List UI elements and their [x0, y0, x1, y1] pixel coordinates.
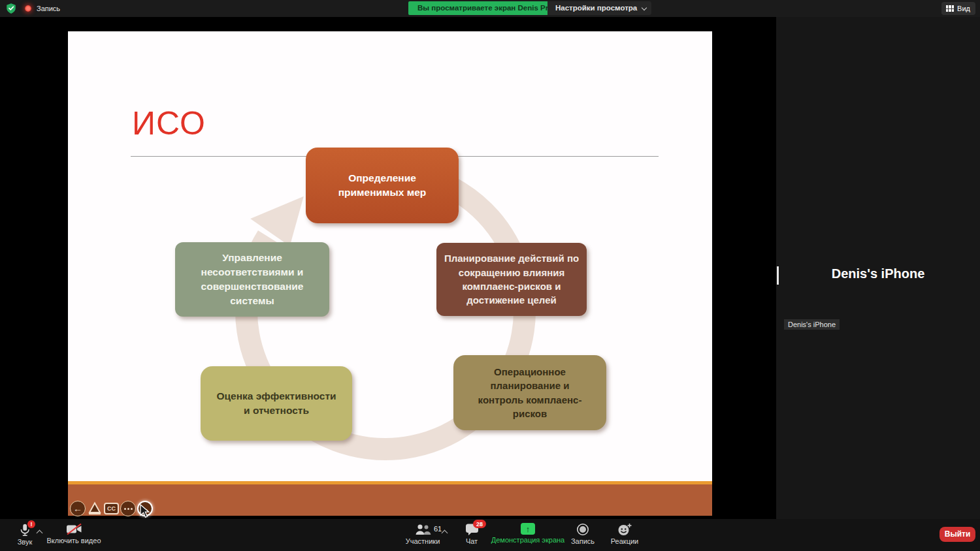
- audio-button[interactable]: Звук !: [10, 523, 39, 546]
- chat-button[interactable]: Чат 28: [457, 523, 486, 545]
- cycle-box-planning-actions: Планирование действий по сокращению влия…: [436, 243, 587, 316]
- cycle-box-label: Управление несоответствиями и совершенст…: [189, 251, 315, 308]
- cycle-box-operational-planning: Операционное планирование и контроль ком…: [453, 355, 606, 430]
- closed-captions-button[interactable]: CC: [104, 503, 119, 514]
- cycle-box-effectiveness: Оценка эффективности и отчетность: [201, 366, 352, 441]
- view-settings-label: Настройки просмотра: [555, 4, 637, 12]
- view-settings-button[interactable]: Настройки просмотра: [547, 1, 651, 15]
- scrollbar-thumb[interactable]: [777, 266, 779, 285]
- participants-icon: [414, 523, 431, 536]
- chat-label: Чат: [466, 537, 478, 545]
- slide-footer-bar: [68, 484, 712, 516]
- video-label: Включить видео: [46, 537, 101, 544]
- meeting-toolbar: Звук ! Включить видео 61: [0, 519, 980, 551]
- cycle-box-label: Операционное планирование и контроль ком…: [469, 365, 591, 420]
- cycle-box-label: Оценка эффективности и отчетность: [212, 389, 340, 418]
- reactions-button[interactable]: Реакции: [606, 523, 643, 545]
- cycle-box-label: Планирование действий по сокращению влия…: [442, 251, 581, 307]
- record-icon: [576, 523, 589, 536]
- reactions-smiley-icon: [617, 523, 632, 536]
- more-options-button[interactable]: [120, 501, 136, 516]
- zoom-meeting-window: Запись Вы просматриваете экран Denis Pri…: [0, 0, 980, 551]
- view-button[interactable]: Вид: [941, 2, 975, 15]
- mouse-cursor: [140, 504, 150, 518]
- participant-name-tag: Denis's iPhone: [784, 319, 840, 330]
- view-button-label: Вид: [957, 5, 970, 12]
- leave-meeting-button[interactable]: Выйти: [939, 527, 975, 542]
- recording-indicator-icon: [25, 5, 31, 12]
- video-button[interactable]: Включить видео: [46, 523, 102, 544]
- pen-tool-icon[interactable]: [87, 501, 103, 516]
- cycle-ring-arrow: [68, 31, 712, 481]
- screen-share-button[interactable]: ↑ Демонстрация экрана: [492, 523, 564, 544]
- record-button[interactable]: Запись: [567, 523, 598, 545]
- presentation-slide: ИСО Определение применимых мер Планирова…: [68, 31, 712, 516]
- record-label: Запись: [571, 537, 595, 545]
- cycle-box-define-measures: Определение применимых мер: [306, 148, 459, 223]
- participants-button[interactable]: 61 Участники: [400, 523, 446, 545]
- recording-label: Запись: [37, 5, 60, 12]
- screen-share-label: Демонстрация экрана: [491, 536, 564, 544]
- participants-label: Участники: [406, 537, 440, 545]
- participants-count: 61: [434, 525, 442, 533]
- camera-off-icon: [66, 523, 82, 535]
- reactions-label: Реакции: [611, 537, 639, 545]
- participant-video-tile[interactable]: Denis's iPhone Denis's iPhone: [776, 17, 980, 519]
- audio-label: Звук: [18, 538, 33, 546]
- screen-share-icon: ↑: [521, 523, 535, 535]
- cycle-box-nonconformity: Управление несоответствиями и совершенст…: [175, 242, 329, 317]
- chevron-down-icon: [642, 5, 647, 10]
- ellipsis-icon: [124, 508, 133, 510]
- cycle-box-label: Определение применимых мер: [323, 171, 442, 200]
- previous-slide-button[interactable]: ←: [70, 501, 86, 516]
- meeting-top-bar: Запись Вы просматриваете экран Denis Pri…: [0, 0, 980, 17]
- audio-alert-badge: !: [27, 520, 35, 528]
- participant-name: Denis's iPhone: [776, 266, 980, 281]
- chat-unread-badge: 28: [473, 520, 486, 528]
- gallery-grid-icon: [946, 5, 954, 12]
- security-shield-icon[interactable]: [5, 3, 17, 14]
